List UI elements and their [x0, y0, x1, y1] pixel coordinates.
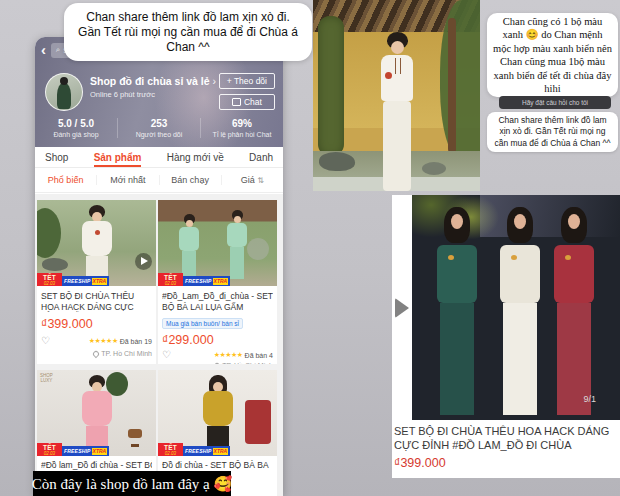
freeship-badge: FREESHIPXTRA: [62, 276, 109, 286]
stat-value: 69%: [201, 118, 283, 129]
mannequin-figure: [224, 210, 250, 280]
product-title: Đồ đi chùa - SET BỘ BÀ BA: [162, 460, 273, 471]
stat-value: 5.0 / 5.0: [35, 118, 117, 129]
story-text-sticker: Chan share thêm link đồ lam xịn xò đi. G…: [64, 3, 312, 61]
product-meta: ♡ ★★★★★ Đã bán 19: [41, 336, 152, 346]
promo-badges: TẾT02.03 FREESHIPXTRA: [158, 273, 230, 286]
photo-shape: [318, 16, 344, 156]
story-collage: ‹ ⌕ Search in the shop Lọc ⋯ Shop đồ đi …: [0, 0, 620, 496]
shop-info-row: Shop đồ đi chùa sỉ và lẻ › Online 6 phút…: [45, 73, 275, 111]
photo-shape: [245, 400, 271, 444]
outfit-photo: [313, 0, 480, 191]
heart-icon[interactable]: ♡: [41, 336, 50, 346]
tet-badge: TẾT02.03: [158, 443, 183, 456]
shop-name: Shop đồ đi chùa sỉ và lẻ: [90, 75, 210, 87]
online-status: Online 6 phút trước: [90, 90, 219, 99]
chat-label: Chat: [244, 97, 262, 107]
shop-tabs: Shop Sản phẩm Hàng mới về Danh: [35, 147, 283, 168]
product-title: SET BỘ ĐI CHÙA THÊU HOA HACK DÁNG CỰC ĐỈ…: [394, 425, 618, 452]
freeship-badge: FREESHIPXTRA: [183, 446, 230, 456]
shared-product-card[interactable]: 9/1 SET BỘ ĐI CHÙA THÊU HOA HACK DÁNG CỰ…: [392, 195, 620, 478]
product-location: TP. Hồ Chí Minh: [162, 362, 273, 364]
star-rating-icon: ★★★★★: [214, 351, 243, 359]
chat-button[interactable]: Chat: [219, 94, 275, 110]
sort-price-label: Giá: [241, 175, 255, 185]
tet-badge: TẾT02.03: [37, 273, 62, 286]
photo-shape: [319, 152, 355, 171]
caption-text: Còn đây là shop đồ lam đây ạ 🥰: [32, 475, 232, 493]
product-price: ₫399.000: [41, 317, 152, 331]
stat-label: Người theo dõi: [118, 131, 200, 138]
shop-actions: + Theo dõi Chat: [219, 73, 275, 110]
overlay-circle: [247, 238, 269, 260]
stat-label: Đánh giá shop: [35, 131, 117, 138]
product-photo: TẾT02.03 FREESHIPXTRA: [37, 200, 156, 286]
stat-label: Tỉ lệ phản hồi Chat: [201, 131, 283, 138]
product-photo: TẾT02.03 FREESHIPXTRA: [158, 200, 277, 286]
product-price: ₫399.000: [394, 456, 446, 470]
sold-count: Đã bán 4: [245, 352, 273, 359]
rating-row: ★★★★★ Đã bán 4: [214, 351, 273, 359]
follow-button[interactable]: + Theo dõi: [219, 73, 275, 89]
shop-avatar[interactable]: [45, 73, 83, 111]
price-sort-icon: ⇅: [257, 176, 264, 185]
search-icon: ⌕: [56, 45, 60, 55]
product-photo: [412, 195, 620, 420]
photo-shape: [422, 162, 446, 175]
stat-rating: 5.0 / 5.0 Đánh giá shop: [35, 118, 117, 138]
shop-watermark: SHOP LUXY: [40, 373, 53, 383]
freeship-badge: FREESHIPXTRA: [62, 446, 109, 456]
play-icon[interactable]: [395, 298, 409, 318]
mannequin-figure: [497, 207, 543, 417]
shop-stats: 5.0 / 5.0 Đánh giá shop 253 Người theo d…: [35, 118, 283, 138]
product-photo: TẾT02.03 FREESHIPXTRA: [158, 370, 277, 456]
sort-popular[interactable]: Phổ biến: [35, 175, 96, 185]
wholesale-tag: Mua giá bán buôn/ bán sỉ: [162, 318, 243, 329]
story-text-sticker: Chan cũng có 1 bộ màu xanh 😊 do Chan mện…: [487, 13, 618, 97]
product-card-2[interactable]: TẾT02.03 FREESHIPXTRA #Đồ_Lam_Đồ_đi_chùa…: [158, 200, 277, 364]
sort-newest[interactable]: Mới nhất: [96, 175, 158, 185]
chevron-right-icon: ›: [213, 75, 217, 87]
location-pin-icon: [92, 349, 100, 357]
product-meta: ♡ ★★★★★ Đã bán 4: [162, 350, 273, 360]
sort-bestseller[interactable]: Bán chạy: [159, 175, 221, 185]
heart-icon[interactable]: ♡: [162, 350, 171, 360]
story-caption: Còn đây là shop đồ lam đây ạ 🥰: [33, 471, 231, 496]
photo-shape: [448, 18, 456, 153]
location-label: TP. Hồ Chí Minh: [222, 362, 273, 364]
sticker-text: Chan share thêm link đồ lam xịn xò đi. G…: [76, 10, 300, 55]
tab-shop[interactable]: Shop: [45, 147, 68, 167]
tab-products[interactable]: Sản phẩm: [94, 147, 142, 167]
product-card-1[interactable]: TẾT02.03 FREESHIPXTRA SET BỘ ĐI CHÙA THÊ…: [37, 200, 156, 364]
question-reply-sticker: Chan share thêm link đồ lam xịn xò đi. G…: [487, 112, 618, 152]
product-photo: SHOP LUXY TẾT02.03 FREESHIPXTRA: [37, 370, 156, 456]
freeship-badge: FREESHIPXTRA: [183, 276, 230, 286]
shop-name-row: Shop đồ đi chùa sỉ và lẻ ›: [90, 75, 219, 87]
question-sticker-header: Hãy đặt câu hỏi cho tôi: [499, 96, 611, 109]
star-rating-icon: ★★★★★: [89, 337, 118, 345]
tab-categories[interactable]: Danh: [249, 147, 273, 167]
product-grid: TẾT02.03 FREESHIPXTRA SET BỘ ĐI CHÙA THÊ…: [35, 194, 283, 496]
product-price: ₫299.000: [162, 333, 273, 347]
product-title: SET BỘ ĐI CHÙA THÊU HOA HACK DÁNG CỰC ĐỈ…: [41, 291, 152, 312]
product-title: #Đồ lam_Đồ đi chùa - SET BỘ: [41, 460, 152, 471]
location-pin-icon: [213, 361, 221, 364]
tab-new-arrivals[interactable]: Hàng mới về: [167, 147, 224, 167]
avatar-figure: [57, 83, 71, 109]
reply-text: Chan share thêm link đồ lam xịn xò đi. G…: [492, 115, 613, 150]
product-title: #Đồ_Lam_Đồ_đi_chùa - SET BỘ BÀ LAI LỤA G…: [162, 291, 273, 312]
question-prompt: Hãy đặt câu hỏi cho tôi: [522, 99, 588, 106]
location-label: TP. Hồ Chí Minh: [101, 350, 152, 357]
sort-bar: Phổ biến Mới nhất Bán chạy Giá ⇅: [35, 168, 283, 193]
tet-badge: TẾT02.03: [158, 273, 183, 286]
play-icon[interactable]: [135, 253, 152, 270]
shop-info[interactable]: Shop đồ đi chùa sỉ và lẻ › Online 6 phút…: [90, 73, 219, 99]
photo-shape: [128, 429, 142, 438]
back-icon[interactable]: ‹: [41, 43, 46, 57]
sort-price[interactable]: Giá ⇅: [221, 175, 283, 185]
rating-row: ★★★★★ Đã bán 19: [89, 337, 152, 345]
promo-badges: TẾT02.03 FREESHIPXTRA: [37, 443, 109, 456]
photo-shape: [37, 208, 61, 258]
promo-badges: TẾT02.03 FREESHIPXTRA: [37, 273, 109, 286]
stat-response: 69% Tỉ lệ phản hồi Chat: [200, 118, 283, 138]
